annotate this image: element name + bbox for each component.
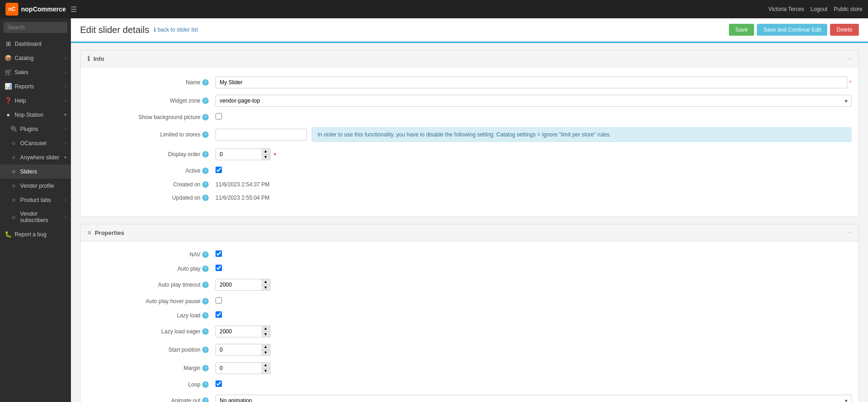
sidebar-item-label: Plugins [20,126,62,132]
auto-play-timeout-down[interactable]: ▼ [261,285,270,291]
display-order-help-icon[interactable]: ? [202,151,209,158]
show-bg-picture-label: Show background picture ? [87,114,216,120]
nav-row: NAV ? [87,250,852,258]
sidebar-item-label: Vendor profile [20,183,66,189]
margin-help-icon[interactable]: ? [202,365,209,371]
anywhere-slider-icon: ○ [10,154,17,161]
name-help-icon[interactable]: ? [202,79,209,86]
auto-play-label: Auto play ? [87,266,216,272]
margin-down[interactable]: ▼ [261,368,270,375]
panel-heading-left: ≡ Properties [87,229,124,236]
info-panel-heading[interactable]: ℹ Info − [81,50,858,67]
logo-text: nopCommerce [21,5,66,13]
back-to-slider-list-link[interactable]: ℹ back to slider list [154,27,198,33]
updated-on-help-icon[interactable]: ? [202,195,209,201]
plugins-icon: 🔌 [10,125,17,132]
sidebar-search-wrap [0,18,71,37]
sidebar-item-dashboard[interactable]: ⊞ Dashboard [0,37,71,51]
sidebar-item-anywhere-slider[interactable]: ○ Anywhere slider ▾ [0,150,71,164]
widget-zone-help-icon[interactable]: ? [202,98,209,104]
auto-play-timeout-up[interactable]: ▲ [261,279,270,285]
auto-play-help-icon[interactable]: ? [202,266,209,272]
display-order-up[interactable]: ▲ [261,148,270,154]
margin-row: Margin ? ▲ ▼ [87,362,852,374]
sidebar-item-catalog[interactable]: 📦 Catalog › [0,51,71,65]
name-row: Name ? * [87,76,852,88]
sidebar-item-vendor-subscribers[interactable]: ○ Vendor subscribers › [0,207,71,227]
show-bg-picture-checkbox[interactable] [216,113,222,120]
sidebar-item-sliders[interactable]: ○ Sliders [0,164,71,179]
collapse-icon[interactable]: − [848,229,852,236]
lazy-load-eager-help-icon[interactable]: ? [202,328,209,335]
panel-heading-left: ℹ Info [87,55,104,62]
show-bg-picture-row: Show background picture ? [87,113,852,121]
auto-play-hover-pause-label: Auto play hover pause ? [87,298,216,304]
start-position-down[interactable]: ▼ [261,350,270,356]
sidebar-item-label: Catalog [15,55,62,61]
logout-link[interactable]: Logout [811,6,828,12]
sidebar-item-vendor-profile[interactable]: ○ Vendor profile [0,179,71,193]
sidebar-item-sales[interactable]: 🛒 Sales › [0,65,71,79]
animate-out-field: No animation [216,395,852,402]
properties-panel-heading[interactable]: ≡ Properties − [81,224,858,241]
limited-stores-input[interactable] [216,129,307,141]
search-input[interactable] [4,22,67,33]
start-position-row: Start position ? ▲ ▼ [87,344,852,356]
lazy-load-eager-row: Lazy load eager ? ▲ ▼ [87,326,852,337]
auto-play-timeout-help-icon[interactable]: ? [202,282,209,288]
hamburger-icon[interactable]: ☰ [70,5,77,14]
public-store-link[interactable]: Public store [834,6,863,12]
sidebar-item-label: Nop Station [15,112,61,118]
show-bg-picture-field [216,113,852,121]
display-order-down[interactable]: ▼ [261,154,270,161]
sidebar-item-nop-station[interactable]: ● Nop Station ▾ [0,108,71,122]
show-bg-picture-help-icon[interactable]: ? [202,114,209,120]
auto-play-hover-pause-help-icon[interactable]: ? [202,298,209,304]
sidebar-item-report-a-bug[interactable]: 🐛 Report a bug [0,227,71,241]
animate-out-select[interactable]: No animation [216,395,852,402]
chevron-right-icon: › [65,141,66,146]
loop-help-icon[interactable]: ? [202,381,209,388]
widget-zone-select[interactable]: vendor-page-top [216,95,852,107]
start-position-help-icon[interactable]: ? [202,347,209,353]
sidebar-item-plugins[interactable]: 🔌 Plugins › [0,122,71,136]
start-position-up[interactable]: ▲ [261,344,270,350]
sidebar-item-reports[interactable]: 📊 Reports › [0,79,71,93]
chevron-right-icon: › [65,215,66,220]
delete-button[interactable]: Delete [830,24,859,36]
lazy-load-help-icon[interactable]: ? [202,312,209,319]
limited-stores-help-icon[interactable]: ? [202,131,209,138]
limited-stores-info: In order to use this functionality, you … [312,127,852,142]
created-on-help-icon[interactable]: ? [202,181,209,188]
sidebar-item-help[interactable]: ❓ Help › [0,93,71,108]
lazy-load-eager-wrap: ▲ ▼ [216,326,270,337]
sidebar-item-label: Anywhere slider [20,154,61,161]
loop-checkbox[interactable] [216,380,222,387]
sidebar-item-ocarousel[interactable]: ○ OCarousel › [0,136,71,150]
active-checkbox[interactable] [216,167,222,173]
save-continue-button[interactable]: Save and Continue Edit [757,24,827,36]
lazy-load-checkbox[interactable] [216,311,222,318]
sidebar-item-label: Help [15,98,62,104]
active-row: Active ? [87,167,852,174]
chevron-right-icon: › [65,126,66,131]
sidebar-item-product-tabs[interactable]: ○ Product tabs › [0,193,71,207]
auto-play-checkbox[interactable] [216,265,222,271]
auto-play-hover-pause-checkbox[interactable] [216,297,222,304]
chevron-down-icon: ▾ [64,155,66,160]
nav-field [216,250,852,258]
margin-up[interactable]: ▲ [261,362,270,368]
lazy-load-eager-field: ▲ ▼ [216,326,852,337]
lazy-load-eager-up[interactable]: ▲ [261,326,270,331]
name-input[interactable] [216,76,847,88]
topbar-right: Victoria Terces Logout Public store [768,6,863,12]
animate-out-help-icon[interactable]: ? [202,397,209,402]
margin-label: Margin ? [87,365,216,371]
collapse-icon[interactable]: − [848,55,852,62]
save-button[interactable]: Save [729,24,754,36]
lazy-load-eager-down[interactable]: ▼ [261,331,270,338]
active-help-icon[interactable]: ? [202,168,209,174]
nav-help-icon[interactable]: ? [202,251,209,258]
active-label: Active ? [87,168,216,174]
nav-checkbox[interactable] [216,250,222,257]
